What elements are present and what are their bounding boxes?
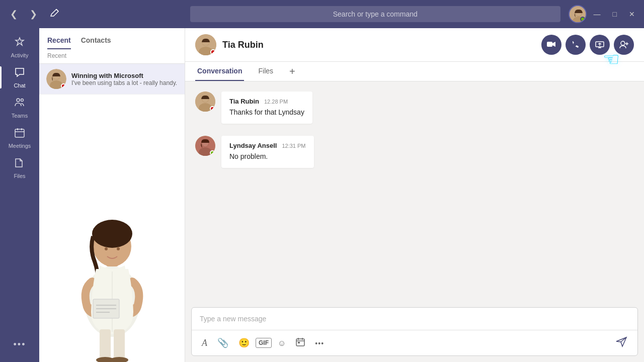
activity-label: Activity <box>11 52 29 58</box>
files-icon <box>14 157 26 171</box>
teams-label: Teams <box>12 113 28 119</box>
chat-tabs: Recent Contacts <box>47 36 177 49</box>
tab-conversation[interactable]: Conversation <box>195 62 244 81</box>
message-bubble: Lyndsay Ansell 12:31 PM No problem. <box>221 136 314 168</box>
message-sender: Lyndsay Ansell <box>229 142 277 149</box>
svg-rect-29 <box>547 42 552 47</box>
sidebar-item-chat[interactable]: Chat <box>0 62 39 93</box>
schedule-button[interactable] <box>292 335 309 351</box>
message-text: No problem. <box>229 151 306 162</box>
maximize-button[interactable]: □ <box>608 7 622 21</box>
sidebar-item-teams[interactable]: Teams <box>0 93 39 123</box>
chat-list-header: Recent Contacts <box>39 28 185 49</box>
message-text: Thanks for that Lyndsay <box>229 107 304 118</box>
activity-icon <box>14 36 26 50</box>
avatar <box>195 92 215 112</box>
chat-header-left: Tia Rubin <box>195 34 264 55</box>
svg-point-15 <box>105 247 108 250</box>
table-row: Lyndsay Ansell 12:31 PM No problem. <box>195 136 634 168</box>
sidebar: Activity Chat Teams <box>0 28 39 362</box>
tab-recent[interactable]: Recent <box>47 36 71 49</box>
chat-list: Winning with Microsoft I've been using t… <box>39 64 185 213</box>
contact-avatar <box>195 34 216 55</box>
message-bubble: Tia Rubin 12.28 PM Thanks for that Lynds… <box>221 92 312 124</box>
format-button[interactable]: A <box>198 336 211 350</box>
illustration-area <box>39 213 185 363</box>
nav-forward-button[interactable]: ❯ <box>26 7 41 22</box>
meetings-label: Meetings <box>9 143 31 149</box>
svg-rect-40 <box>296 339 304 346</box>
compose-button[interactable] <box>45 6 64 23</box>
sticker-icon: ☺ <box>278 339 286 347</box>
message-time: 12.28 PM <box>264 99 288 105</box>
sticker-button[interactable]: ☺ <box>274 336 290 350</box>
message-meta: Lyndsay Ansell 12:31 PM <box>229 142 306 149</box>
input-toolbar: A 📎 🙂 GIF ☺ <box>192 330 637 355</box>
chat-name: Winning with Microsoft <box>71 72 178 79</box>
messages-area: Tia Rubin 12.28 PM Thanks for that Lynds… <box>185 81 644 307</box>
contact-name: Tia Rubin <box>222 40 264 50</box>
user-avatar[interactable] <box>569 5 587 23</box>
gif-icon: GIF <box>259 339 269 346</box>
video-call-button[interactable] <box>541 35 561 55</box>
chat-subtitle: Recent <box>39 49 185 64</box>
more-icon: ••• <box>14 339 26 350</box>
title-bar-left: ❮ ❯ <box>0 6 186 23</box>
user-status-dot <box>580 17 585 22</box>
sidebar-more-button[interactable]: ••• <box>0 335 39 354</box>
attach-button[interactable]: 📎 <box>213 335 232 350</box>
minimize-button[interactable]: — <box>589 7 606 21</box>
attach-icon: 📎 <box>217 338 228 348</box>
table-row: Tia Rubin 12.28 PM Thanks for that Lynds… <box>195 92 634 124</box>
svg-point-16 <box>117 247 120 250</box>
sidebar-item-meetings[interactable]: Meetings <box>0 123 39 153</box>
chat-label: Chat <box>14 82 25 88</box>
chat-header: Tia Rubin <box>185 28 644 62</box>
screenshare-button[interactable] <box>590 35 610 55</box>
svg-rect-41 <box>298 342 300 343</box>
svg-rect-6 <box>15 129 24 137</box>
sidebar-item-files[interactable]: Files <box>0 153 39 183</box>
svg-rect-17 <box>100 329 111 359</box>
message-meta: Tia Rubin 12.28 PM <box>229 98 304 105</box>
sidebar-item-activity[interactable]: Activity <box>0 32 39 62</box>
svg-point-14 <box>92 220 132 248</box>
svg-rect-18 <box>114 329 125 359</box>
meetings-icon <box>14 127 26 141</box>
list-item[interactable]: Winning with Microsoft I've been using t… <box>39 64 185 95</box>
nav-back-button[interactable]: ❮ <box>6 7 22 22</box>
chat-info: Winning with Microsoft I've been using t… <box>71 72 178 86</box>
avatar <box>195 136 215 156</box>
chat-tabs-bar: Conversation Files + <box>185 62 644 81</box>
title-bar: ❮ ❯ — □ ✕ <box>0 0 644 28</box>
emoji-button[interactable]: 🙂 <box>234 335 254 350</box>
title-bar-right: — □ ✕ <box>565 5 644 23</box>
message-input-area: A 📎 🙂 GIF ☺ <box>191 307 638 356</box>
message-sender: Tia Rubin <box>229 98 259 105</box>
chat-list-panel: Recent Contacts Recent Winning with Micr… <box>39 28 185 362</box>
svg-point-4 <box>17 99 20 102</box>
more-options-button[interactable]: ••• <box>311 336 328 350</box>
chat-header-actions <box>541 35 634 55</box>
avatar <box>46 69 66 89</box>
add-tab-button[interactable]: + <box>287 66 297 77</box>
message-time: 12:31 PM <box>282 143 305 149</box>
svg-point-20 <box>110 357 128 362</box>
tab-files[interactable]: Files <box>256 62 275 81</box>
svg-point-5 <box>21 99 24 102</box>
search-input[interactable] <box>190 6 560 22</box>
more-options-icon: ••• <box>315 339 324 347</box>
add-people-button[interactable] <box>614 35 634 55</box>
gif-button[interactable]: GIF <box>256 338 272 348</box>
emoji-icon: 🙂 <box>238 338 250 348</box>
svg-point-31 <box>621 41 625 45</box>
tab-contacts[interactable]: Contacts <box>81 36 111 49</box>
chat-preview: I've been using tabs a lot - really hand… <box>71 79 178 86</box>
close-button[interactable]: ✕ <box>624 7 640 21</box>
send-button[interactable] <box>611 333 631 352</box>
audio-call-button[interactable] <box>566 35 586 55</box>
message-input[interactable] <box>192 308 637 330</box>
files-label: Files <box>14 173 25 179</box>
schedule-icon <box>296 338 305 348</box>
format-icon: A <box>202 338 207 348</box>
